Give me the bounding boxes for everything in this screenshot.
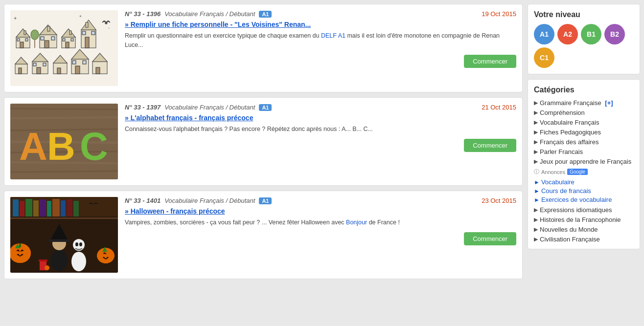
svg-point-81 — [50, 250, 68, 271]
svg-rect-25 — [92, 31, 95, 35]
ad-links: ► Vocabulaire ► Cours de francais ► Exer… — [534, 178, 634, 203]
ads-info-icon: ⓘ — [534, 168, 539, 175]
svg-rect-33 — [37, 67, 41, 74]
svg-rect-94 — [39, 260, 47, 261]
cat-item-fiches[interactable]: ▶ Fiches Pedagogiques — [534, 129, 634, 136]
card-1-date: 19 Oct 2015 — [482, 10, 516, 18]
card-3-title[interactable]: » Halloween - français précoce — [125, 207, 516, 215]
cat-item-expressions[interactable]: ▶ Expressions idiomatiques — [534, 206, 634, 214]
sidebar: Votre niveau A1 A2 B1 B2 C1 Catégories ▶… — [528, 4, 640, 279]
card-2: A B C N° 33 - 1397 Vocabulaire Français … — [4, 97, 523, 186]
card-1-category: Vocabulaire Français / Débutant — [164, 10, 255, 18]
card-3-category: Vocabulaire Français / Débutant — [164, 197, 255, 204]
svg-rect-41 — [75, 66, 80, 74]
categories-list: ▶ Grammaire Française [+] ▶ Compréhensio… — [534, 99, 634, 165]
card-2-meta: N° 33 - 1397 Vocabulaire Français / Débu… — [125, 104, 516, 111]
svg-point-27 — [105, 22, 107, 24]
niveau-badge-b2[interactable]: B2 — [604, 24, 625, 44]
cat-item-civilisation[interactable]: ▶ Civilisation Française — [534, 236, 634, 243]
card-1-number: N° 33 - 1396 — [125, 10, 161, 18]
cat-label-histoires: Histoires de la Francophonie — [540, 216, 621, 223]
card-1-title[interactable]: » Remplir une fiche personnelle - "Les V… — [125, 21, 516, 28]
cat-item-grammaire[interactable]: ▶ Grammaire Française [+] — [534, 99, 634, 107]
ad-link-vocabulaire[interactable]: ► Vocabulaire — [534, 178, 634, 186]
svg-rect-12 — [41, 37, 44, 40]
cat-item-vocabulaire[interactable]: ▶ Vocabulaire Français — [534, 119, 634, 126]
svg-rect-42 — [72, 61, 76, 64]
svg-rect-17 — [66, 42, 69, 48]
categories-title: Catégories — [534, 86, 634, 94]
svg-rect-66 — [25, 199, 32, 217]
svg-rect-63 — [10, 217, 118, 219]
sub-categories-list: ▶ Expressions idiomatiques ▶ Histoires d… — [534, 206, 634, 243]
niveau-badge-a2[interactable]: A2 — [557, 24, 578, 44]
card-1-meta: N° 33 - 1396 Vocabulaire Français / Débu… — [125, 10, 516, 18]
svg-line-57 — [10, 171, 118, 172]
cat-arrow-civilisation: ▶ — [534, 236, 538, 242]
svg-line-51 — [10, 109, 118, 109]
cat-arrow-histoires: ▶ — [534, 217, 538, 223]
card-2-commencer-button[interactable]: Commencer — [464, 139, 516, 152]
ad-link-cours[interactable]: ► Cours de francais — [534, 187, 634, 195]
card-1-description: Remplir un questionnaire est un exercice… — [125, 31, 516, 50]
card-2-title[interactable]: » L'alphabet français - français précoce — [125, 114, 516, 122]
svg-rect-35 — [43, 63, 46, 66]
cat-item-jeux[interactable]: ▶ Jeux pour apprendre le Français — [534, 158, 634, 165]
svg-rect-23 — [85, 37, 89, 48]
svg-rect-30 — [19, 68, 22, 74]
niveau-badge-a1[interactable]: A1 — [534, 24, 554, 44]
card-3-commencer-button[interactable]: Commencer — [464, 232, 516, 245]
cat-item-parler[interactable]: ▶ Parler Francais — [534, 148, 634, 155]
card-2-description: Connaissez-vous l'alphabet français ? Pa… — [125, 125, 516, 134]
card-2-date: 21 Oct 2015 — [482, 104, 516, 111]
svg-text:B: B — [47, 125, 75, 168]
card-2-badge: A1 — [259, 104, 272, 111]
svg-rect-67 — [33, 200, 39, 217]
card-3-desc-link[interactable]: Bonjour — [346, 219, 367, 226]
svg-point-95 — [45, 265, 49, 270]
ad-link-exercices[interactable]: ► Exercices de vocabulaire — [534, 196, 634, 203]
card-1-footer: Commencer — [125, 55, 516, 68]
cat-label-fiches: Fiches Pedagogiques — [540, 129, 601, 136]
card-1-commencer-button[interactable]: Commencer — [464, 55, 516, 68]
svg-rect-46 — [96, 67, 100, 74]
cat-label-vocabulaire: Vocabulaire Français — [540, 119, 599, 126]
svg-rect-3 — [20, 42, 23, 48]
svg-line-52 — [10, 117, 118, 118]
ad-link-cours-label: Cours de francais — [541, 187, 591, 195]
cat-label-expressions: Expressions idiomatiques — [540, 206, 612, 214]
categories-box: Catégories ▶ Grammaire Française [+] ▶ C… — [528, 79, 640, 249]
cat-plus-grammaire[interactable]: [+] — [603, 99, 613, 107]
card-3: N° 33 - 1401 Vocabulaire Français / Débu… — [4, 191, 523, 279]
card-3-footer: Commencer — [125, 232, 516, 245]
cat-arrow-parler: ▶ — [534, 149, 538, 155]
svg-text:A: A — [19, 125, 47, 168]
svg-rect-26 — [86, 22, 88, 27]
svg-point-88 — [79, 242, 82, 246]
card-3-body: N° 33 - 1401 Vocabulaire Français / Débu… — [125, 197, 516, 245]
cat-label-jeux: Jeux pour apprendre le Français — [540, 158, 631, 165]
svg-point-7 — [31, 30, 39, 40]
cat-arrow-expressions: ▶ — [534, 207, 538, 213]
svg-text:*: * — [108, 27, 110, 30]
niveau-badge-c1[interactable]: C1 — [534, 47, 554, 68]
card-2-image: A B C — [10, 104, 118, 179]
ads-label: Annonces — [541, 169, 565, 175]
svg-rect-14 — [47, 26, 50, 31]
svg-rect-6 — [24, 31, 26, 35]
cat-item-nouvelles[interactable]: ▶ Nouvelles du Monde — [534, 226, 634, 233]
card-1-image: ✦ ✦ * — [10, 10, 118, 86]
cat-label-civilisation: Civilisation Française — [540, 236, 600, 243]
cat-item-affaires[interactable]: ▶ Français des affaires — [534, 138, 634, 146]
card-3-meta: N° 33 - 1401 Vocabulaire Français / Débu… — [125, 197, 516, 204]
cat-item-comprehension[interactable]: ▶ Compréhension — [534, 109, 634, 116]
ad-arrow-1: ► — [534, 179, 540, 186]
svg-rect-73 — [73, 201, 79, 217]
card-2-footer: Commencer — [125, 139, 516, 152]
card-1-body: N° 33 - 1396 Vocabulaire Français / Débu… — [125, 10, 516, 68]
svg-text:✦: ✦ — [79, 14, 82, 19]
niveau-badge-b1[interactable]: B1 — [581, 24, 601, 44]
card-1-desc-link[interactable]: DELF A1 — [321, 32, 345, 39]
svg-text:C: C — [80, 125, 108, 168]
cat-item-histoires[interactable]: ▶ Histoires de la Francophonie — [534, 216, 634, 223]
